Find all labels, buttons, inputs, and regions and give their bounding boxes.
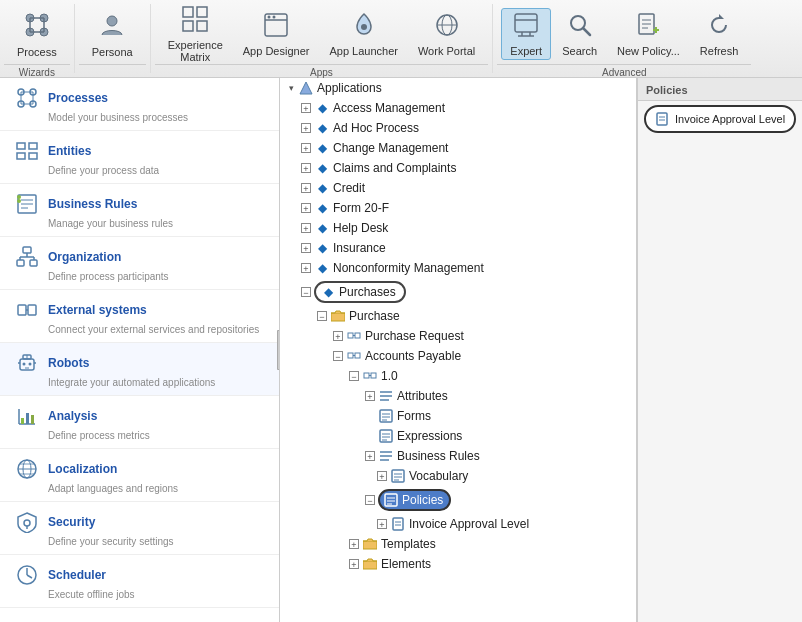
tree-node-policies[interactable]: − Policies (280, 486, 636, 514)
business-rules-icon (14, 191, 40, 217)
new-policy-button[interactable]: New Policy... (608, 8, 689, 60)
tree-node-nonconformity[interactable]: + ◆ Nonconformity Management (280, 258, 636, 278)
security-desc: Define your security settings (48, 536, 269, 547)
business-rules-desc: Manage your business rules (48, 218, 269, 229)
insurance-icon: ◆ (314, 240, 330, 256)
credit-icon: ◆ (314, 180, 330, 196)
tree-node-forms[interactable]: Forms (280, 406, 636, 426)
svg-rect-12 (197, 21, 207, 31)
persona-icon (98, 11, 126, 43)
tree-node-vocabulary[interactable]: + Vocabulary (280, 466, 636, 486)
tree-node-access-management[interactable]: + ◆ Access Management (280, 98, 636, 118)
sidebar-item-entities[interactable]: Entities Define your process data (0, 131, 279, 184)
right-panel-invoice-approval[interactable]: Invoice Approval Level (644, 105, 796, 133)
expert-button[interactable]: Expert (501, 8, 551, 60)
svg-point-51 (17, 195, 21, 199)
svg-rect-93 (364, 373, 369, 378)
help-desk-icon: ◆ (314, 220, 330, 236)
robots-title: Robots (48, 356, 89, 370)
tree-node-expressions[interactable]: Expressions (280, 426, 636, 446)
sidebar-collapse-button[interactable]: ‹ (277, 330, 280, 370)
right-panel: Policies Invoice Approval Level (637, 78, 802, 622)
refresh-button[interactable]: Refresh (691, 8, 748, 60)
svg-rect-75 (31, 415, 34, 424)
process-button[interactable]: Process (8, 8, 66, 60)
sidebar-item-external-systems[interactable]: External systems Connect your external s… (0, 290, 279, 343)
purchase-request-label: Purchase Request (365, 329, 464, 343)
version-icon (362, 368, 378, 384)
organization-desc: Define process participants (48, 271, 269, 282)
sidebar-item-organization[interactable]: Organization Define process participants (0, 237, 279, 290)
svg-point-52 (17, 199, 21, 203)
app-designer-button[interactable]: App Designer (234, 8, 319, 60)
purchase-label: Purchase (349, 309, 400, 323)
svg-rect-121 (657, 113, 667, 125)
insurance-label: Insurance (333, 241, 386, 255)
robots-icon (14, 350, 40, 376)
sidebar-item-processes[interactable]: Processes Model your business processes (0, 78, 279, 131)
tree-node-applications[interactable]: ▾ Applications (280, 78, 636, 98)
templates-icon (362, 536, 378, 552)
analysis-icon (14, 403, 40, 429)
sidebar-item-security[interactable]: Security Define your security settings (0, 502, 279, 555)
tree-node-claims[interactable]: + ◆ Claims and Complaints (280, 158, 636, 178)
analysis-title: Analysis (48, 409, 97, 423)
tree-node-form20f[interactable]: + ◆ Form 20-F (280, 198, 636, 218)
tree-node-templates[interactable]: + Templates (280, 534, 636, 554)
tree-node-insurance[interactable]: + ◆ Insurance (280, 238, 636, 258)
access-management-icon: ◆ (314, 100, 330, 116)
sidebar-item-robots[interactable]: Robots Integrate your automated applicat… (0, 343, 279, 396)
svg-rect-46 (29, 153, 37, 159)
persona-group-label (79, 64, 146, 73)
persona-button[interactable]: Persona (83, 8, 142, 60)
sidebar-item-business-rules[interactable]: Business Rules Manage your business rule… (0, 184, 279, 237)
tree-node-purchases[interactable]: − ◆ Purchases (280, 278, 636, 306)
processes-desc: Model your business processes (48, 112, 269, 123)
accounts-payable-icon (346, 348, 362, 364)
tree-node-credit[interactable]: + ◆ Credit (280, 178, 636, 198)
sidebar-item-scheduler[interactable]: Scheduler Execute offline jobs (0, 555, 279, 608)
svg-marker-86 (300, 82, 312, 94)
localization-desc: Adapt languages and regions (48, 483, 269, 494)
search-button[interactable]: Search (553, 8, 606, 60)
form20f-label: Form 20-F (333, 201, 389, 215)
sidebar: Processes Model your business processes … (0, 78, 280, 622)
tree-node-change-management[interactable]: + ◆ Change Management (280, 138, 636, 158)
search-icon (567, 12, 593, 42)
process-label: Process (17, 46, 57, 58)
work-portal-icon (434, 12, 460, 42)
attributes-label: Attributes (397, 389, 448, 403)
tree-node-ad-hoc[interactable]: + ◆ Ad Hoc Process (280, 118, 636, 138)
business-rules-child-label: Business Rules (397, 449, 480, 463)
tree-node-invoice-approval[interactable]: + Invoice Approval Level (280, 514, 636, 534)
experience-matrix-button[interactable]: ExperienceMatrix (159, 8, 232, 60)
app-launcher-label: App Launcher (329, 45, 398, 57)
ad-hoc-icon: ◆ (314, 120, 330, 136)
persona-group: Persona (75, 4, 151, 73)
advanced-group: Expert Search New Policy... Refresh (493, 4, 755, 73)
tree-node-version[interactable]: − 1.0 (280, 366, 636, 386)
work-portal-button[interactable]: Work Portal (409, 8, 484, 60)
tree-node-purchase[interactable]: − Purchase (280, 306, 636, 326)
tree-node-business-rules-child[interactable]: + Business Rules (280, 446, 636, 466)
tree-node-purchase-request[interactable]: + Purchase Request (280, 326, 636, 346)
advanced-label: Advanced (497, 64, 751, 78)
svg-point-66 (23, 363, 26, 366)
processes-icon (14, 85, 40, 111)
expressions-icon (378, 428, 394, 444)
tree-node-accounts-payable[interactable]: − Accounts Payable (280, 346, 636, 366)
tree-node-help-desk[interactable]: + ◆ Help Desk (280, 218, 636, 238)
policies-icon (383, 492, 399, 508)
tree-node-elements[interactable]: + Elements (280, 554, 636, 574)
entities-title: Entities (48, 144, 91, 158)
app-launcher-button[interactable]: App Launcher (320, 8, 407, 60)
sidebar-item-analysis[interactable]: Analysis Define process metrics (0, 396, 279, 449)
tree-panel: ▾ Applications + ◆ Access Management + ◆… (280, 78, 637, 622)
purchase-folder-icon (330, 308, 346, 324)
svg-marker-34 (719, 14, 724, 19)
tree-node-attributes[interactable]: + Attributes (280, 386, 636, 406)
vocabulary-label: Vocabulary (409, 469, 468, 483)
svg-rect-11 (183, 21, 193, 31)
sidebar-item-localization[interactable]: Localization Adapt languages and regions (0, 449, 279, 502)
processes-title: Processes (48, 91, 108, 105)
